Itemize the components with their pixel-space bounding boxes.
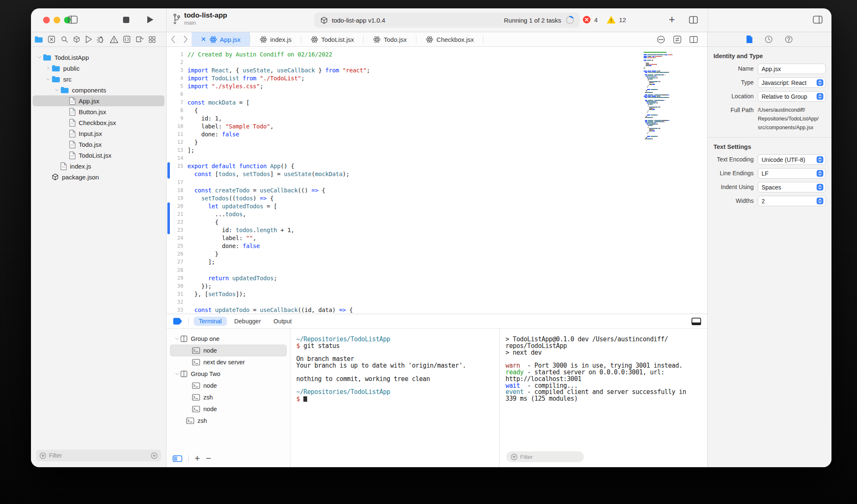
- type-select[interactable]: Javascript: React: [758, 77, 826, 88]
- tree-item-button-jsx[interactable]: Button.jsx: [33, 106, 164, 117]
- minimap-line: [644, 65, 685, 66]
- minimap-line: [644, 88, 685, 89]
- location-select[interactable]: Relative to Group: [758, 91, 826, 102]
- split-editor-icon[interactable]: [689, 36, 698, 43]
- remove-terminal-button[interactable]: −: [206, 454, 211, 463]
- minimap-line: [644, 113, 685, 114]
- code-text: label: "Sample Todo",: [187, 123, 274, 130]
- error-count: 4: [594, 16, 598, 23]
- chevron-down-icon[interactable]: [45, 77, 51, 82]
- project-title: todo-list-app: [184, 11, 227, 20]
- code-text: id: 1,: [187, 115, 222, 123]
- tree-item-todolist-jsx[interactable]: TodoList.jsx: [33, 150, 164, 161]
- chevron-right-icon[interactable]: [45, 66, 51, 71]
- terminal-item-zsh[interactable]: zsh: [170, 415, 287, 427]
- navigator-package-icon[interactable]: [73, 36, 80, 43]
- editor-layout-icon[interactable]: [689, 16, 698, 24]
- swap-editor-icon[interactable]: [673, 36, 682, 43]
- line-endings-select[interactable]: LF: [758, 168, 826, 179]
- minimize-window-button[interactable]: [54, 17, 60, 23]
- tree-item-public[interactable]: public: [33, 63, 164, 74]
- tab-index-js[interactable]: index.js: [250, 32, 301, 46]
- stop-task-button[interactable]: [123, 16, 130, 23]
- terminal-item-next-dev-server[interactable]: next dev server: [170, 356, 287, 368]
- navigator-warnings-icon[interactable]: [110, 35, 118, 43]
- split-terminal-icon[interactable]: [172, 455, 182, 462]
- terminal-item-zsh[interactable]: zsh: [170, 391, 287, 403]
- navigator-search-icon[interactable]: [60, 35, 69, 43]
- terminal-item-node[interactable]: node: [170, 403, 287, 415]
- help-inspector-icon[interactable]: [785, 35, 793, 43]
- tree-item-src[interactable]: src: [33, 74, 164, 84]
- chevron-down-icon[interactable]: [54, 87, 60, 92]
- collapse-bottom-panel-icon[interactable]: [691, 317, 701, 325]
- add-terminal-button[interactable]: +: [195, 454, 200, 463]
- tree-item-input-jsx[interactable]: Input.jsx: [33, 128, 164, 139]
- tab-checkbox-jsx[interactable]: Checkbox.jsx: [416, 32, 483, 46]
- navigator-snippets-icon[interactable]: [123, 35, 131, 43]
- bottom-tab-debugger[interactable]: Debugger: [229, 317, 266, 326]
- terminal-pane-devserver[interactable]: > TodoListApp@0.1.0 dev /Users/austincon…: [500, 329, 709, 467]
- run-task-button[interactable]: [146, 15, 154, 24]
- widths-select[interactable]: 2: [758, 196, 826, 206]
- indent-using-select[interactable]: Spaces: [758, 182, 826, 192]
- navigator-grid-icon[interactable]: [148, 36, 156, 43]
- bottom-tab-terminal[interactable]: Terminal: [194, 317, 227, 326]
- minimap-line: [644, 132, 685, 133]
- tree-item-package-json[interactable]: package.json: [33, 171, 164, 182]
- tree-item-todolistapp[interactable]: TodoListApp: [33, 52, 164, 63]
- inspector-label: Name: [713, 64, 754, 74]
- add-filter-icon[interactable]: [151, 452, 158, 459]
- bottom-tab-output[interactable]: Output: [268, 317, 297, 326]
- terminal-filter-field[interactable]: Filter: [506, 451, 584, 462]
- terminal-pane-git[interactable]: ~/Repositories/TodoListApp$ git statusOn…: [290, 329, 500, 467]
- close-window-button[interactable]: [43, 17, 50, 23]
- tree-item-app-jsx[interactable]: App.jsx: [33, 95, 164, 106]
- file-inspector-icon[interactable]: [746, 35, 753, 43]
- navigator-debug-icon[interactable]: [97, 35, 105, 43]
- history-inspector-icon[interactable]: [765, 35, 773, 43]
- issue-badges[interactable]: 4 12: [582, 15, 626, 24]
- inspector-sidebar: Identity and TypeNameApp.jsxTypeJavascri…: [707, 32, 831, 467]
- minimap-line: [644, 89, 685, 90]
- tab-app-jsx[interactable]: ✕App.jsx: [192, 32, 250, 46]
- tab-todo-jsx[interactable]: Todo.jsx: [364, 32, 416, 46]
- tree-item-todo-jsx[interactable]: Todo.jsx: [33, 139, 164, 150]
- navigator-symbols-icon[interactable]: [47, 35, 56, 43]
- chevron-down-icon[interactable]: [174, 371, 180, 376]
- back-button[interactable]: [167, 32, 179, 46]
- minimap[interactable]: [644, 52, 685, 140]
- toggle-left-sidebar-icon[interactable]: [68, 15, 78, 24]
- code-editor[interactable]: 1// Created by Austin Condiff on 02/16/2…: [167, 47, 707, 314]
- minimap-line: [644, 102, 685, 103]
- line-number: 13: [167, 146, 187, 154]
- tree-item-checkbox-jsx[interactable]: Checkbox.jsx: [33, 117, 164, 128]
- navigator-extensions-icon[interactable]: [136, 36, 144, 43]
- terminal-group-group-two[interactable]: Group Two: [170, 368, 287, 380]
- minimap-line: [644, 108, 685, 109]
- inspector-row-location: LocationRelative to Group: [713, 91, 826, 102]
- text-encoding-select[interactable]: Unicode (UTF-8): [758, 154, 826, 165]
- navigator-filter-field[interactable]: Filter: [36, 450, 161, 461]
- terminal-item-node[interactable]: node: [170, 345, 287, 356]
- terminal-item-node[interactable]: node: [170, 380, 287, 391]
- more-options-icon[interactable]: [657, 35, 665, 44]
- chevron-down-icon[interactable]: [174, 336, 180, 341]
- tag-icon[interactable]: [172, 317, 183, 325]
- navigator-run-icon[interactable]: [85, 35, 92, 43]
- forward-button[interactable]: [179, 32, 192, 46]
- full-path-text: Repositories/TodoListApp/: [758, 114, 826, 123]
- close-tab-icon[interactable]: ✕: [201, 36, 206, 43]
- line-number: 8: [167, 107, 187, 115]
- tab-todolist-jsx[interactable]: TodoList.jsx: [301, 32, 363, 46]
- tree-item-components[interactable]: components: [33, 84, 164, 95]
- name-field[interactable]: App.jsx: [758, 64, 826, 74]
- add-button[interactable]: +: [669, 13, 675, 26]
- navigator-folder-icon[interactable]: [34, 36, 43, 43]
- inspector-row-type: TypeJavascript: React: [713, 77, 826, 88]
- tree-item-index-js[interactable]: index.js: [33, 161, 164, 171]
- activity-status-bar[interactable]: todo-list-app v1.0.4 Running 1 of 2 task…: [314, 13, 580, 28]
- toggle-right-sidebar-icon[interactable]: [813, 15, 823, 24]
- terminal-group-group-one[interactable]: Group one: [170, 333, 287, 345]
- chevron-down-icon[interactable]: [36, 55, 43, 60]
